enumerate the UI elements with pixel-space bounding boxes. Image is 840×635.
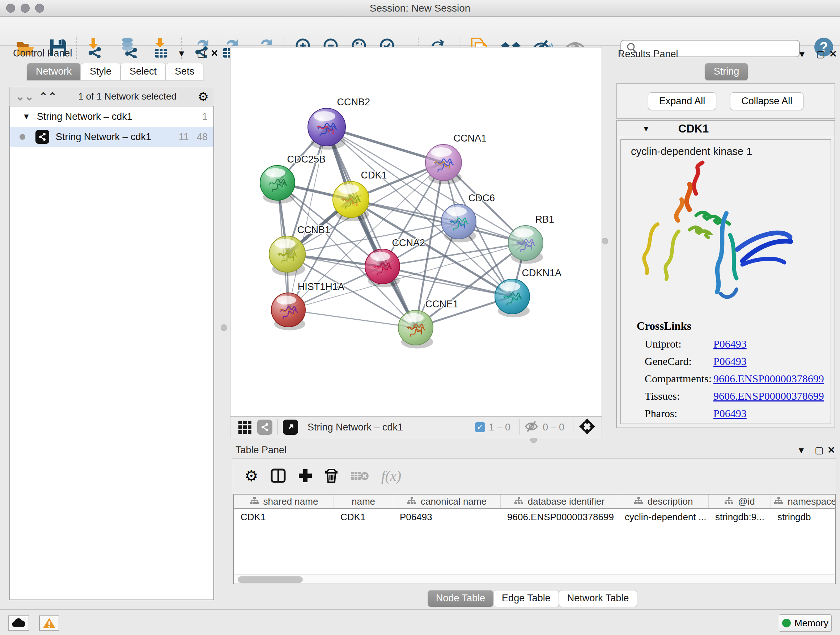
delete-column-icon[interactable] bbox=[325, 468, 338, 483]
table-cell[interactable]: stringdb:9... bbox=[709, 511, 771, 523]
collapse-panel-icon[interactable]: ▼ bbox=[798, 49, 806, 59]
node-label: CDKN1A bbox=[522, 268, 561, 279]
float-panel-icon[interactable]: ▢ bbox=[815, 445, 824, 456]
table-horizontal-scrollbar[interactable] bbox=[233, 575, 836, 584]
control-panel: Control Panel ▼ ▢ ✕ NetworkStyleSelectSe… bbox=[4, 47, 216, 607]
left-splitter-handle[interactable] bbox=[221, 325, 227, 331]
crosslink-link[interactable]: P06493 bbox=[714, 407, 747, 420]
grid-view-icon[interactable] bbox=[238, 421, 251, 434]
network-edge[interactable] bbox=[382, 266, 512, 296]
toolbar-separator bbox=[278, 419, 278, 435]
memory-button[interactable]: Memory bbox=[779, 614, 832, 632]
collection-expand-icon[interactable]: ▼ bbox=[22, 112, 30, 121]
memory-status-dot-icon bbox=[782, 619, 791, 627]
toolbar-separator bbox=[573, 419, 573, 435]
column-type-icon bbox=[724, 496, 734, 507]
close-panel-icon[interactable]: ✕ bbox=[829, 49, 837, 60]
network-view-toolbar: String Network – cdk1 ✓ 1 – 0 0 – 0 bbox=[230, 416, 602, 438]
column-type-icon bbox=[407, 496, 416, 507]
cloud-status-icon[interactable] bbox=[8, 616, 29, 631]
tab-edge-table[interactable]: Edge Table bbox=[493, 590, 559, 607]
table-cell[interactable]: stringdb bbox=[771, 511, 836, 523]
window-title: Session: New Session bbox=[0, 3, 840, 14]
add-column-icon[interactable] bbox=[298, 469, 313, 483]
node-details-header[interactable]: ▼ CDK1 bbox=[617, 120, 835, 137]
column-header--id[interactable]: @id bbox=[709, 494, 771, 508]
crosslink-label: GeneCard: bbox=[645, 355, 714, 367]
close-panel-icon[interactable]: ✕ bbox=[210, 48, 218, 59]
crosslink-label: Tissues: bbox=[645, 390, 714, 402]
tab-network[interactable]: Network bbox=[27, 63, 81, 80]
column-type-icon bbox=[634, 496, 643, 507]
crosslinks-heading: CrossLinks bbox=[637, 320, 831, 333]
right-splitter-handle[interactable] bbox=[602, 238, 608, 244]
show-columns-icon[interactable] bbox=[271, 469, 286, 483]
control-panel-tabs: NetworkStyleSelectSets bbox=[27, 63, 203, 80]
collapse-all-button[interactable]: Collapse All bbox=[730, 92, 804, 110]
network-edge[interactable] bbox=[351, 200, 526, 243]
column-header-name[interactable]: name bbox=[334, 494, 393, 508]
table-row[interactable]: CDK1CDK1P064939606.ENSP00000378699cyclin… bbox=[234, 509, 835, 525]
scrollbar-thumb[interactable] bbox=[238, 576, 303, 583]
tab-network-table[interactable]: Network Table bbox=[559, 590, 638, 607]
table-cell[interactable]: cyclin-dependent ... bbox=[618, 511, 709, 523]
node-label: CDC25B bbox=[287, 154, 325, 165]
tab-node-table[interactable]: Node Table bbox=[428, 590, 493, 607]
collapse-all-networks-icon[interactable]: ⌃⌃ bbox=[39, 90, 57, 103]
float-panel-icon[interactable]: ▢ bbox=[197, 48, 206, 59]
network-edge[interactable] bbox=[327, 127, 416, 328]
collapse-panel-icon[interactable]: ▼ bbox=[177, 49, 186, 59]
table-cell[interactable]: 9606.ENSP00000378699 bbox=[501, 511, 618, 523]
tab-sets[interactable]: Sets bbox=[166, 63, 203, 80]
collection-count: 1 bbox=[202, 111, 208, 122]
node-label: HIST1H1A bbox=[298, 281, 344, 292]
table-cell[interactable]: CDK1 bbox=[334, 511, 393, 523]
table-panel-title: Table Panel bbox=[235, 445, 286, 456]
close-panel-icon[interactable]: ✕ bbox=[827, 445, 835, 456]
column-header-canonical-name[interactable]: canonical name bbox=[393, 494, 501, 508]
network-collection-row[interactable]: ▼ String Network – cdk1 1 bbox=[10, 106, 213, 127]
table-cell[interactable]: CDK1 bbox=[234, 511, 334, 523]
network-edge[interactable] bbox=[288, 310, 416, 328]
network-options-gear-icon[interactable]: ⚙ bbox=[198, 89, 209, 104]
column-header-namespace[interactable]: namespace bbox=[771, 494, 836, 508]
table-panel-tabs: Node TableEdge TableNetwork Table bbox=[428, 590, 637, 607]
table-header-row: shared namenamecanonical namedatabase id… bbox=[234, 494, 835, 509]
column-header-database-identifier[interactable]: database identifier bbox=[501, 494, 618, 508]
crosslink-link[interactable]: 9606.ENSP00000378699 bbox=[714, 390, 824, 402]
memory-label: Memory bbox=[794, 618, 829, 629]
network-current-dot-icon bbox=[19, 134, 25, 140]
node-expand-icon[interactable]: ▼ bbox=[642, 124, 650, 134]
network-node-count: 11 bbox=[179, 131, 189, 143]
tab-string[interactable]: String bbox=[705, 63, 748, 80]
node-table: shared namenamecanonical namedatabase id… bbox=[233, 494, 836, 575]
crosslink-link[interactable]: 9606.ENSP00000378699 bbox=[714, 372, 824, 385]
title-bar: Session: New Session bbox=[0, 0, 840, 17]
table-options-gear-icon[interactable]: ⚙ bbox=[245, 467, 258, 485]
protein-structure-image bbox=[635, 159, 805, 315]
tab-select[interactable]: Select bbox=[120, 63, 166, 80]
birdseye-view-icon[interactable] bbox=[578, 418, 596, 437]
results-panel-tabs: String bbox=[615, 63, 838, 80]
network-canvas[interactable]: CCNB2CCNA1CDC25BCDK1CDC6RB1CCNB1CCNA2CDK… bbox=[230, 47, 602, 416]
expand-all-button[interactable]: Expand All bbox=[648, 92, 717, 110]
tab-style[interactable]: Style bbox=[81, 63, 120, 80]
collection-label: String Network – cdk1 bbox=[37, 111, 133, 122]
network-share-icon[interactable] bbox=[257, 420, 272, 435]
crosslink-link[interactable]: P06493 bbox=[714, 338, 747, 350]
string-panel-controls: Expand All Collapse All bbox=[616, 83, 835, 119]
node-label: CCNA2 bbox=[392, 238, 425, 249]
crosslink-link[interactable]: P06493 bbox=[714, 355, 747, 367]
collapse-panel-icon[interactable]: ▼ bbox=[797, 445, 806, 455]
table-cell[interactable]: P06493 bbox=[393, 511, 501, 523]
network-row[interactable]: String Network – cdk1 11 48 bbox=[10, 127, 213, 147]
expand-all-networks-icon[interactable]: ⌄⌄ bbox=[16, 90, 34, 103]
warning-status-icon[interactable] bbox=[39, 616, 59, 631]
column-header-description[interactable]: description bbox=[618, 494, 709, 508]
float-panel-icon[interactable]: ▢ bbox=[816, 49, 825, 60]
detach-view-icon[interactable] bbox=[283, 420, 298, 435]
selected-count-checkbox[interactable]: ✓ bbox=[475, 422, 485, 432]
column-header-shared-name[interactable]: shared name bbox=[234, 494, 334, 508]
column-header-label: description bbox=[647, 496, 693, 507]
network-label: String Network – cdk1 bbox=[56, 131, 151, 143]
